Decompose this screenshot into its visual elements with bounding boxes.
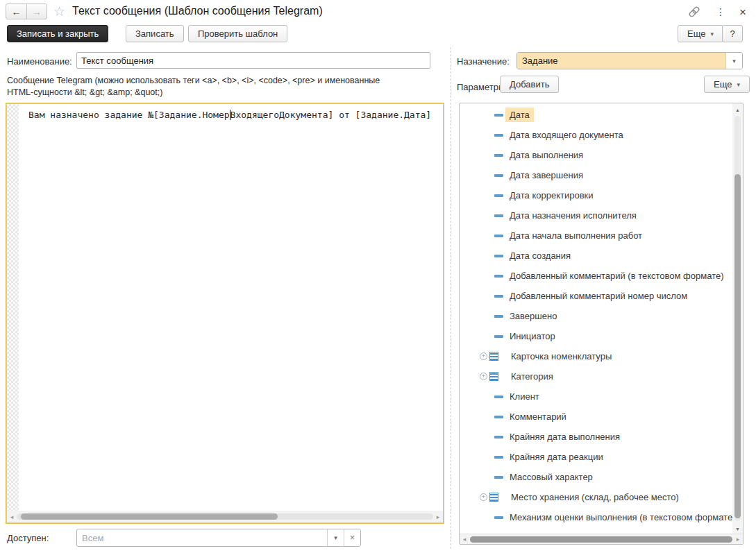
tree-item-label[interactable]: Дата создания [510,250,571,261]
expand-plus-icon[interactable]: + [480,493,487,501]
tree-item-label[interactable]: Комментарий [510,411,566,422]
editor-inner-border [6,103,444,523]
tree-item-label[interactable]: Дата корректировки [510,190,594,201]
tree-item-label[interactable]: Дата входящего документа [510,130,623,140]
editor-hscroll-thumb[interactable] [21,513,278,520]
scroll-right-icon[interactable]: ▸ [433,511,443,522]
tree-item[interactable]: + Дата корректировки [460,185,732,205]
params-tree-list: + Дата + Дата входящего документа + Дата… [460,105,732,534]
param-dash-icon [494,416,503,418]
tree-item[interactable]: + Механизм оценки выполнения (в текстово… [460,507,732,527]
tree-item[interactable]: + Крайняя дата выполнения [460,427,732,447]
scroll-left-icon[interactable]: ◂ [7,511,17,522]
tree-item-label[interactable]: Место хранения (склад, рабочее место) [511,492,679,502]
access-input[interactable]: Всем [77,529,327,546]
tree-item[interactable]: + Дата начала выполнения работ [460,226,732,246]
tree-item-label[interactable]: Дата начала выполнения работ [510,230,642,241]
toolbar-more-button[interactable]: Еще ▾ [678,25,723,42]
tree-item[interactable]: + Массовый характер [460,467,732,487]
scroll-left-icon[interactable]: ◂ [460,534,469,544]
scroll-down-icon[interactable]: ▼ [732,524,743,534]
tree-item[interactable]: + Дата выполнения [460,145,732,165]
tree-item[interactable]: + Завершено [460,306,732,326]
tree-item[interactable]: + Дата входящего документа [460,125,732,145]
tree-item-label[interactable]: Крайняя дата реакции [510,452,603,462]
param-dash-icon [494,255,503,257]
message-text-editor[interactable]: Вам назначено задание №[Задание.НомерВхо… [6,103,444,524]
access-clear-button[interactable]: × [344,529,360,546]
tree-item[interactable]: + Дата создания [460,246,732,266]
tree-item-label[interactable]: Дата выполнения [510,150,583,160]
add-param-label: Добавить [510,79,549,90]
tree-item-label[interactable]: Категория [511,371,553,382]
tree-item-label[interactable]: Карточка номенклатуры [511,351,612,361]
tree-item[interactable]: + Добавленный комментарий номер числом [460,286,732,306]
access-combo[interactable]: Всем ▾ × [76,529,361,547]
link-icon[interactable] [687,4,702,19]
purpose-value[interactable]: Задание [517,53,725,69]
param-dash-icon [494,174,503,177]
tree-item-label[interactable]: Завершено [510,311,557,321]
tree-item[interactable]: + Карточка номенклатуры [460,346,732,366]
scroll-right-icon[interactable]: ▸ [733,534,743,544]
add-param-button[interactable]: Добавить [500,76,559,93]
scroll-up-icon[interactable]: ▲ [732,105,743,114]
tree-item[interactable]: + Комментарий [460,407,732,427]
tree-item[interactable]: + Инициатор [460,326,732,346]
editor-text[interactable]: Вам назначено задание №[Задание.НомерВхо… [19,104,443,120]
tree-item-label[interactable]: Крайняя дата выполнения [510,432,620,442]
access-dropdown-button[interactable]: ▾ [327,529,344,546]
purpose-dropdown-button[interactable]: ▾ [725,53,742,69]
save-and-close-button[interactable]: Записать и закрыть [7,25,108,42]
tree-item-label[interactable]: Дата завершения [510,170,583,180]
tree-item[interactable]: + Дата завершения [460,165,732,185]
kebab-menu-icon[interactable]: ⋮ [716,7,725,17]
access-placeholder: Всем [82,533,103,543]
tree-item-label[interactable]: Добавленный комментарий номер числом [510,291,687,301]
tree-vscroll-thumb[interactable] [734,174,741,518]
panel-splitter[interactable] [451,47,451,549]
tree-item[interactable]: + Клиент [460,386,732,407]
expand-plus-icon[interactable]: + [480,352,487,360]
expand-plus-icon[interactable]: + [480,373,487,380]
chevron-down-icon: ▾ [710,31,714,37]
editor-horizontal-scrollbar[interactable]: ◂ ▸ [7,511,443,522]
help-button[interactable]: ? [722,25,743,42]
help-label: ? [730,28,734,39]
tree-item[interactable]: + Категория [460,366,732,386]
tree-vertical-scrollbar[interactable]: ▲ ▼ [732,103,743,534]
tree-item[interactable]: + Место хранения (склад, рабочее место) [460,487,732,507]
tree-item[interactable]: + Добавленный комментарий (в текстовом ф… [460,266,732,286]
param-dash-icon [494,275,503,278]
close-icon[interactable]: × [739,6,746,18]
tree-item-label[interactable]: Механизм оценки выполнения (в текстовом … [510,512,732,522]
tree-item-label[interactable]: Дата назначения исполнителя [510,210,637,221]
purpose-label: Назначение: [457,56,510,67]
save-label: Записать [135,28,174,39]
forward-icon: → [32,6,42,17]
tree-hscroll-thumb[interactable] [470,536,732,543]
params-more-label: Еще [714,79,732,90]
telegram-hint-line1: Сообщение Telegram (можно использовать т… [7,76,380,85]
back-button[interactable]: ← [6,4,26,19]
purpose-combo[interactable]: Задание ▾ [516,52,743,69]
name-input[interactable]: Текст сообщения [76,52,430,69]
tree-item-label[interactable]: Клиент [510,391,539,402]
forward-button[interactable]: → [26,4,47,19]
tree-item[interactable]: + Дата [460,105,732,125]
params-more-button[interactable]: Еще ▾ [704,76,750,93]
tree-item[interactable]: + Дата назначения исполнителя [460,205,732,226]
param-dash-icon [494,134,503,137]
tree-item-label[interactable]: Инициатор [510,331,555,341]
tree-horizontal-scrollbar[interactable]: ◂ ▸ [460,534,743,544]
list-icon [489,493,498,502]
tree-item-label[interactable]: Дата [505,108,534,122]
save-button[interactable]: Записать [126,25,184,42]
favorite-star-icon[interactable]: ☆ [53,3,65,19]
tree-item[interactable]: + Крайняя дата реакции [460,447,732,467]
tree-item[interactable]: + Номер [460,527,732,534]
param-dash-icon [494,194,503,197]
tree-item-label[interactable]: Добавленный комментарий (в текстовом фор… [510,271,724,281]
check-template-button[interactable]: Проверить шаблон [188,25,287,42]
tree-item-label[interactable]: Массовый характер [510,472,593,482]
